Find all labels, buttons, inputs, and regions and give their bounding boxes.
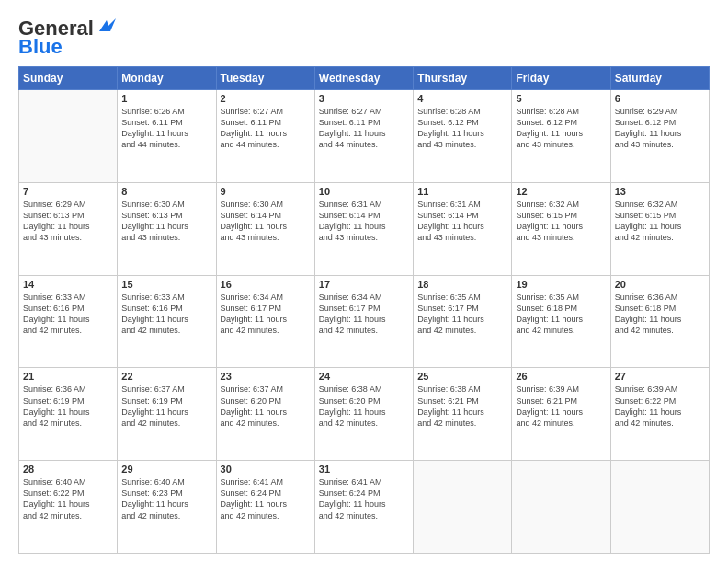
cell-line: Sunrise: 6:35 AM [417, 293, 481, 302]
page: General Blue SundayMondayTuesdayWednesda… [0, 0, 728, 563]
cell-line: Sunset: 6:20 PM [319, 396, 381, 406]
calendar-cell: 31Sunrise: 6:41 AMSunset: 6:24 PMDayligh… [314, 461, 413, 554]
cell-line: Daylight: 11 hours [121, 500, 188, 509]
cell-line: Sunset: 6:14 PM [221, 211, 282, 220]
cell-line: Daylight: 11 hours [417, 129, 484, 138]
cell-line: and 43 minutes. [221, 233, 279, 242]
cell-line: Daylight: 11 hours [516, 129, 583, 138]
calendar-day-header: Monday [118, 67, 216, 90]
cell-line: Sunrise: 6:29 AM [23, 200, 86, 209]
cell-sun-info: Sunrise: 6:33 AMSunset: 6:16 PMDaylight:… [23, 292, 113, 337]
cell-line: Sunrise: 6:37 AM [121, 385, 185, 394]
day-number: 9 [221, 186, 311, 197]
day-number: 15 [121, 279, 211, 290]
cell-line: Daylight: 11 hours [417, 315, 484, 324]
cell-line: Sunrise: 6:27 AM [221, 107, 284, 116]
cell-line: Sunrise: 6:35 AM [516, 293, 579, 302]
cell-line: Sunset: 6:16 PM [23, 304, 85, 313]
cell-line: Sunset: 6:18 PM [615, 304, 677, 313]
day-number: 2 [221, 93, 311, 104]
calendar-cell: 3Sunrise: 6:27 AMSunset: 6:11 PMDaylight… [314, 90, 413, 183]
cell-line: Sunset: 6:17 PM [319, 304, 381, 313]
cell-line: Daylight: 11 hours [615, 315, 682, 324]
calendar-cell: 4Sunrise: 6:28 AMSunset: 6:12 PMDaylight… [414, 90, 512, 183]
day-number: 30 [221, 464, 311, 475]
cell-line: and 44 minutes. [221, 140, 279, 149]
cell-line: Daylight: 11 hours [221, 500, 288, 509]
cell-line: Sunset: 6:17 PM [221, 304, 282, 313]
cell-line: Sunset: 6:19 PM [121, 396, 183, 406]
header: General Blue [18, 17, 710, 59]
calendar-cell: 24Sunrise: 6:38 AMSunset: 6:20 PMDayligh… [314, 368, 413, 461]
cell-line: Sunrise: 6:37 AM [221, 385, 284, 394]
cell-line: Sunrise: 6:39 AM [516, 385, 579, 394]
calendar-cell: 19Sunrise: 6:35 AMSunset: 6:18 PMDayligh… [512, 275, 610, 368]
cell-line: Sunrise: 6:40 AM [23, 477, 86, 487]
day-number: 5 [516, 93, 606, 104]
cell-sun-info: Sunrise: 6:35 AMSunset: 6:18 PMDaylight:… [516, 292, 606, 337]
cell-line: Sunrise: 6:40 AM [121, 477, 185, 487]
calendar-week-row: 1Sunrise: 6:26 AMSunset: 6:11 PMDaylight… [19, 90, 710, 183]
cell-sun-info: Sunrise: 6:32 AMSunset: 6:15 PMDaylight:… [516, 199, 606, 244]
cell-line: and 42 minutes. [417, 419, 476, 428]
cell-line: Sunset: 6:23 PM [121, 488, 183, 498]
cell-line: Sunset: 6:17 PM [417, 304, 479, 313]
cell-line: Daylight: 11 hours [121, 129, 188, 138]
day-number: 6 [615, 93, 705, 104]
cell-line: Daylight: 11 hours [319, 222, 386, 231]
cell-line: and 43 minutes. [516, 233, 574, 242]
cell-line: Daylight: 11 hours [121, 222, 188, 231]
cell-line: Daylight: 11 hours [319, 500, 386, 509]
cell-line: Sunset: 6:15 PM [615, 211, 677, 220]
calendar-cell [414, 461, 512, 554]
calendar-day-header: Thursday [414, 67, 512, 90]
cell-line: Sunset: 6:13 PM [121, 211, 183, 220]
cell-line: Daylight: 11 hours [221, 315, 288, 324]
cell-line: and 42 minutes. [319, 511, 378, 521]
cell-sun-info: Sunrise: 6:40 AMSunset: 6:22 PMDaylight:… [23, 477, 113, 522]
calendar-cell: 7Sunrise: 6:29 AMSunset: 6:13 PMDaylight… [19, 182, 118, 275]
cell-sun-info: Sunrise: 6:28 AMSunset: 6:12 PMDaylight:… [516, 106, 606, 151]
cell-sun-info: Sunrise: 6:28 AMSunset: 6:12 PMDaylight:… [417, 106, 507, 151]
cell-sun-info: Sunrise: 6:37 AMSunset: 6:20 PMDaylight:… [221, 384, 311, 429]
calendar-cell: 12Sunrise: 6:32 AMSunset: 6:15 PMDayligh… [512, 182, 610, 275]
day-number: 20 [615, 279, 705, 290]
cell-line: Sunset: 6:22 PM [615, 396, 677, 406]
cell-line: Daylight: 11 hours [23, 222, 90, 231]
cell-line: and 43 minutes. [615, 140, 674, 149]
cell-line: Sunset: 6:24 PM [221, 488, 282, 498]
calendar-cell: 23Sunrise: 6:37 AMSunset: 6:20 PMDayligh… [216, 368, 314, 461]
calendar-cell: 28Sunrise: 6:40 AMSunset: 6:22 PMDayligh… [19, 461, 118, 554]
cell-line: and 42 minutes. [516, 326, 574, 335]
calendar-cell: 9Sunrise: 6:30 AMSunset: 6:14 PMDaylight… [216, 182, 314, 275]
cell-line: Daylight: 11 hours [516, 408, 583, 417]
cell-sun-info: Sunrise: 6:27 AMSunset: 6:11 PMDaylight:… [319, 106, 409, 151]
cell-sun-info: Sunrise: 6:34 AMSunset: 6:17 PMDaylight:… [221, 292, 311, 337]
calendar-cell: 29Sunrise: 6:40 AMSunset: 6:23 PMDayligh… [118, 461, 216, 554]
cell-line: Sunrise: 6:30 AM [121, 200, 185, 209]
calendar-week-row: 28Sunrise: 6:40 AMSunset: 6:22 PMDayligh… [19, 461, 710, 554]
cell-line: Daylight: 11 hours [121, 408, 188, 417]
cell-line: Sunrise: 6:41 AM [221, 477, 284, 487]
cell-sun-info: Sunrise: 6:39 AMSunset: 6:22 PMDaylight:… [615, 384, 705, 429]
cell-sun-info: Sunrise: 6:41 AMSunset: 6:24 PMDaylight:… [319, 477, 409, 522]
day-number: 14 [23, 279, 113, 290]
cell-line: and 43 minutes. [516, 140, 574, 149]
cell-line: Sunrise: 6:26 AM [121, 107, 185, 116]
day-number: 10 [319, 186, 409, 197]
day-number: 19 [516, 279, 606, 290]
cell-line: Sunrise: 6:27 AM [319, 107, 382, 116]
cell-line: and 42 minutes. [23, 326, 82, 335]
cell-line: Daylight: 11 hours [221, 129, 288, 138]
cell-line: and 42 minutes. [417, 326, 476, 335]
calendar-cell: 27Sunrise: 6:39 AMSunset: 6:22 PMDayligh… [610, 368, 709, 461]
svg-marker-0 [99, 18, 116, 31]
calendar-cell: 30Sunrise: 6:41 AMSunset: 6:24 PMDayligh… [216, 461, 314, 554]
cell-line: and 42 minutes. [319, 419, 378, 428]
day-number: 1 [121, 93, 211, 104]
cell-sun-info: Sunrise: 6:34 AMSunset: 6:17 PMDaylight:… [319, 292, 409, 337]
cell-line: Sunset: 6:12 PM [417, 118, 479, 127]
cell-line: Sunrise: 6:32 AM [516, 200, 579, 209]
cell-line: Daylight: 11 hours [516, 315, 583, 324]
calendar-cell: 14Sunrise: 6:33 AMSunset: 6:16 PMDayligh… [19, 275, 118, 368]
